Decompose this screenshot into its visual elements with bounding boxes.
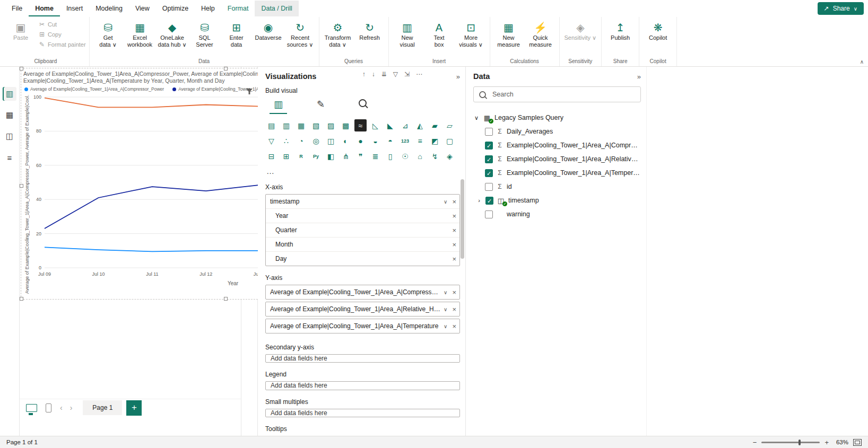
new-measure-button[interactable]: ▦ Newmeasure [493,19,524,49]
stacked-area-chart-icon[interactable]: ◣ [384,119,396,131]
get-more-visuals-icon[interactable]: … [265,162,460,175]
field-row-temperature[interactable]: Example|Cooling_Tower_1|Area_A|Temperatu… [473,166,641,180]
hundred-stacked-column-chart-icon[interactable]: ▩ [340,119,352,131]
more-visuals-button[interactable]: ⊡ Morevisuals ∨ [456,19,487,49]
search-input[interactable] [491,90,636,99]
python-visual-icon[interactable]: Py [310,150,322,162]
secondary-y-axis-well[interactable]: Add data fields here [265,354,460,363]
chevron-down-icon[interactable] [444,199,447,205]
matrix-icon[interactable]: ⊞ [280,150,292,162]
fit-to-page-icon[interactable] [853,439,862,446]
excel-workbook-button[interactable]: ▦ Excelworkbook [125,19,155,49]
field-row-relative-humidity[interactable]: Example|Cooling_Tower_1|Area_A|Relative_… [473,152,641,166]
slicer-icon[interactable]: ▢ [444,135,456,147]
get-data-button[interactable]: ⛁ Getdata ∨ [93,19,124,49]
table-row-legacy-samples-query[interactable]: Legacy Samples Query [473,111,641,125]
field-row-id[interactable]: id [473,180,641,194]
text-box-button[interactable]: A Textbox [424,19,455,49]
funnel-chart-icon[interactable]: ▽ [265,135,277,147]
desktop-layout-icon[interactable] [26,404,37,412]
collapse-table-icon[interactable] [473,115,480,121]
mobile-layout-icon[interactable] [46,403,51,412]
clustered-bar-chart-icon[interactable]: ▦ [295,119,307,131]
y-axis-field-pill[interactable]: Average of Example|Cooling_Tower_1|Area_… [265,302,460,317]
kpi-icon[interactable]: ◩ [429,135,441,147]
field-row-timestamp[interactable]: timestamp [473,194,641,207]
analytics-tab[interactable] [354,98,371,114]
multi-row-card-icon[interactable]: ≡ [414,135,426,147]
remove-field-icon[interactable] [452,322,456,330]
field-checkbox[interactable] [485,128,493,136]
x-axis-field-pill[interactable]: timestamp [266,195,459,208]
remove-field-icon[interactable] [452,255,456,263]
scrollbar-thumb[interactable] [461,179,464,259]
sensitivity-button[interactable]: ◈ Sensitivity ∨ [563,19,598,49]
copy-button[interactable]: ⊞ Copy [39,31,86,38]
line-chart-icon[interactable]: ≈ [354,119,367,131]
visualizations-scrollbar[interactable] [461,136,464,432]
ribbon-collapse-icon[interactable] [860,59,864,65]
ribbon-chart-icon[interactable]: ▰ [429,119,441,131]
donut-chart-icon[interactable]: ◎ [310,135,322,147]
copilot-button[interactable]: ❋ Copilot [643,19,673,49]
paste-button[interactable]: ▣ Paste [5,19,36,42]
remove-field-icon[interactable] [452,288,456,296]
visual-filter-icon[interactable]: ▽ [393,71,398,78]
new-visual-button[interactable]: ▥ Newvisual [392,19,423,49]
stacked-bar-chart-icon[interactable]: ▤ [265,119,277,131]
resize-handle[interactable] [20,67,23,71]
field-checkbox[interactable] [485,210,493,218]
remove-field-icon[interactable] [452,212,456,220]
field-checkbox[interactable] [485,142,493,150]
dataverse-button[interactable]: ◉ Dataverse [253,19,284,49]
report-view-button[interactable]: ▥ [3,87,16,101]
azure-map-icon[interactable]: ◓ [384,135,396,147]
scatter-chart-icon[interactable]: ∴ [280,135,292,147]
zoom-slider-thumb[interactable] [798,440,801,445]
search-box[interactable] [473,86,641,102]
format-visual-tab[interactable]: ✎ [313,98,329,114]
q-and-a-icon[interactable]: ❞ [354,150,367,162]
resize-handle[interactable] [224,297,228,301]
x-axis-hierarchy-item[interactable]: Quarter [266,223,459,237]
drill-up-icon[interactable]: ↑ [362,71,366,78]
chevron-down-icon[interactable] [444,323,447,329]
add-page-button[interactable]: + [126,400,142,416]
power-automate-icon[interactable]: ↯ [429,150,441,162]
chevron-down-icon[interactable] [444,289,447,295]
build-visual-tab[interactable]: ▥ [270,98,287,114]
zoom-slider[interactable] [761,442,820,443]
y-axis-field-pill[interactable]: Average of Example|Cooling_Tower_1|Area_… [265,285,460,300]
area-chart-icon[interactable]: ◺ [369,119,381,131]
metrics-icon[interactable]: ☉ [399,150,411,162]
power-apps-icon[interactable]: ⌂ [414,150,426,162]
field-row-daily-averages[interactable]: Daily_Averages [473,125,641,138]
expand-all-icon[interactable]: ⇊ [381,71,387,78]
remove-field-icon[interactable] [452,198,456,206]
x-axis-hierarchy-item[interactable]: Year [266,208,459,223]
stacked-column-chart-icon[interactable]: ▥ [280,119,292,131]
recent-sources-button[interactable]: ↻ Recentsources ∨ [285,19,316,49]
remove-field-icon[interactable] [452,305,456,313]
treemap-icon[interactable]: ◫ [325,135,337,147]
table-view-button[interactable]: ▦ [3,108,16,122]
paginated-report-icon[interactable]: ▯ [384,150,396,162]
r-script-visual-icon[interactable]: R [295,150,307,162]
quick-measure-button[interactable]: ⚡ Quickmeasure [525,19,556,49]
dax-query-view-button[interactable]: ≡ [3,151,16,164]
menu-tab-file[interactable]: File [5,1,29,16]
next-page-icon[interactable] [68,403,75,412]
menu-tab-view[interactable]: View [129,1,156,16]
menu-tab-format[interactable]: Format [221,1,255,16]
field-checkbox[interactable] [485,155,493,163]
x-axis-hierarchy-item[interactable]: Day [266,251,459,266]
sql-server-button[interactable]: ⛁ SQLServer [189,19,220,49]
smart-narrative-icon[interactable]: ≣ [369,150,381,162]
field-row-warning[interactable]: warning [473,207,641,221]
key-influencers-icon[interactable]: ◧ [325,150,337,162]
field-checkbox[interactable] [485,197,493,205]
x-axis-hierarchy-item[interactable]: Month [266,237,459,251]
card-icon[interactable]: 123 [399,135,411,147]
clustered-column-chart-icon[interactable]: ▧ [310,119,322,131]
publish-button[interactable]: ↥ Publish [605,19,636,49]
